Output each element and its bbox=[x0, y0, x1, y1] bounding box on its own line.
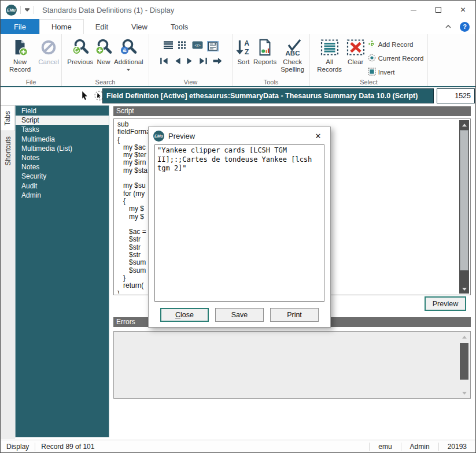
emu-logo-icon: EMu bbox=[153, 131, 164, 142]
sidebar-item-tasks[interactable]: Tasks bbox=[16, 125, 109, 134]
current-record-button[interactable]: Current Record bbox=[368, 54, 424, 63]
help-icon[interactable]: ? bbox=[460, 22, 470, 32]
invert-selection-button[interactable]: Invert bbox=[368, 68, 424, 77]
ribbon-group-file: New Record Cancel File bbox=[1, 34, 62, 86]
side-rail: Tabs Shortcuts bbox=[1, 105, 15, 439]
ribbon-tab-row: File Home Edit View Tools ? bbox=[1, 19, 475, 34]
search-new-button[interactable]: New bbox=[94, 37, 113, 66]
sidebar-item-multimedia[interactable]: Multimedia bbox=[16, 135, 109, 144]
status-user: emu bbox=[370, 443, 400, 451]
scroll-down-icon[interactable] bbox=[459, 284, 469, 294]
sort-icon: AZ bbox=[235, 38, 252, 57]
goto-record-icon[interactable] bbox=[212, 57, 223, 68]
all-records-button[interactable]: All Records bbox=[314, 37, 345, 73]
last-record-icon[interactable] bbox=[198, 57, 208, 68]
search-previous-button[interactable]: Previous bbox=[67, 37, 93, 66]
emu-logo-icon: EMu bbox=[6, 5, 17, 16]
errors-panel bbox=[113, 331, 471, 399]
script-scrollbar[interactable] bbox=[459, 120, 469, 294]
maximize-button[interactable] bbox=[426, 1, 451, 19]
dialog-button-row: Close Save Print bbox=[149, 308, 330, 322]
status-record-position: Record 89 of 101 bbox=[35, 443, 100, 451]
dialog-close-button[interactable]: ✕ bbox=[306, 127, 330, 144]
select-pointer-icon[interactable] bbox=[81, 91, 88, 103]
reports-button[interactable]: Reports bbox=[253, 37, 276, 66]
scroll-up-icon[interactable] bbox=[459, 333, 469, 341]
preview-text-area[interactable]: "Yankee clipper cards [LCSH TGM II];:;Ca… bbox=[154, 144, 324, 302]
grid-view-icon[interactable] bbox=[178, 40, 188, 52]
previous-record-icon[interactable] bbox=[174, 57, 182, 68]
list-view-icon[interactable] bbox=[163, 40, 174, 52]
sidebar-item-field[interactable]: Field bbox=[16, 106, 109, 116]
svg-text:Z: Z bbox=[245, 48, 249, 56]
new-record-icon bbox=[12, 38, 29, 57]
window-controls: ✕ bbox=[401, 1, 475, 19]
group-label-file: File bbox=[1, 79, 61, 86]
sidebar-item-notes[interactable]: Notes bbox=[16, 153, 109, 162]
close-button[interactable]: ✕ bbox=[451, 1, 475, 19]
sidebar-item-script[interactable]: Script bbox=[16, 116, 109, 125]
all-records-icon bbox=[320, 38, 339, 57]
group-label-view: View bbox=[149, 79, 232, 86]
minimize-button[interactable] bbox=[401, 1, 426, 19]
tab-edit[interactable]: Edit bbox=[84, 19, 120, 34]
clear-selection-icon bbox=[346, 38, 365, 57]
errors-scrollbar[interactable] bbox=[459, 333, 469, 397]
tab-tools[interactable]: Tools bbox=[159, 19, 200, 34]
check-spelling-button[interactable]: ABC Check Spelling bbox=[278, 37, 307, 73]
tab-view[interactable]: View bbox=[120, 19, 159, 34]
preview-button[interactable]: Preview bbox=[425, 296, 466, 311]
scroll-down-icon[interactable] bbox=[459, 389, 469, 397]
sidebar-item-multimedia-list[interactable]: Multimedia (List) bbox=[16, 144, 109, 153]
invert-selection-icon bbox=[368, 68, 376, 77]
svg-text:</>: </> bbox=[194, 43, 200, 47]
tab-home[interactable]: Home bbox=[39, 19, 84, 34]
sidebar-item-audit[interactable]: Audit bbox=[16, 181, 109, 191]
current-record-icon bbox=[368, 54, 376, 63]
search-additional-button[interactable]: & Additional bbox=[114, 37, 143, 71]
cancel-button[interactable]: Cancel bbox=[38, 37, 59, 66]
clear-button[interactable]: Clear bbox=[346, 37, 365, 66]
status-group: Admin bbox=[401, 443, 438, 451]
first-record-icon[interactable] bbox=[159, 57, 169, 68]
additional-dropdown-icon bbox=[127, 69, 130, 71]
ribbon-spacer bbox=[428, 34, 475, 86]
add-record-button[interactable]: Add Record bbox=[368, 40, 424, 49]
ribbon: New Record Cancel File Previous bbox=[1, 34, 475, 87]
scroll-thumb[interactable] bbox=[460, 130, 468, 270]
collapse-ribbon-icon[interactable] bbox=[445, 24, 452, 29]
maximize-icon bbox=[436, 7, 441, 13]
sort-button[interactable]: AZ Sort bbox=[235, 37, 252, 66]
search-previous-icon bbox=[71, 38, 90, 57]
new-record-button[interactable]: New Record bbox=[3, 37, 37, 73]
script-section-header: Script bbox=[113, 106, 471, 116]
scroll-up-icon[interactable] bbox=[459, 120, 469, 129]
status-number: 20193 bbox=[439, 443, 475, 451]
search-new-icon bbox=[94, 38, 113, 57]
close-button[interactable]: Close bbox=[160, 308, 209, 322]
scroll-thumb[interactable] bbox=[460, 343, 468, 380]
window-title: Standards Data Definitions (1) - Display bbox=[42, 6, 174, 14]
tab-file[interactable]: File bbox=[1, 19, 39, 34]
save-button[interactable]: Save bbox=[215, 308, 264, 322]
sidebar-item-notes-2[interactable]: Notes bbox=[16, 162, 109, 172]
quick-access-dropdown-icon[interactable] bbox=[24, 8, 30, 12]
dialog-title-bar: EMu Preview ✕ bbox=[149, 127, 330, 144]
next-record-icon[interactable] bbox=[186, 57, 194, 68]
rail-tab-tabs[interactable]: Tabs bbox=[1, 105, 15, 131]
tab-list-panel: Field Script Tasks Multimedia Multimedia… bbox=[15, 105, 109, 437]
cancel-icon bbox=[40, 38, 57, 57]
code-view-icon[interactable]: </> bbox=[192, 40, 203, 52]
status-bar: Display Record 89 of 101 emu Admin 20193 bbox=[1, 440, 475, 452]
sidebar-item-admin[interactable]: Admin bbox=[16, 191, 109, 200]
add-record-icon bbox=[368, 40, 376, 49]
print-button[interactable]: Print bbox=[270, 308, 319, 322]
details-view-icon[interactable] bbox=[207, 41, 219, 51]
group-label-search: Search bbox=[62, 79, 149, 86]
ribbon-group-tools: AZ Sort Reports ABC Check Spelling Tools bbox=[233, 34, 310, 86]
check-spelling-icon: ABC bbox=[283, 38, 302, 57]
rail-tab-shortcuts[interactable]: Shortcuts bbox=[1, 131, 15, 171]
separator bbox=[34, 6, 34, 14]
sidebar-item-security[interactable]: Security bbox=[16, 172, 109, 181]
minimize-icon bbox=[411, 10, 416, 10]
